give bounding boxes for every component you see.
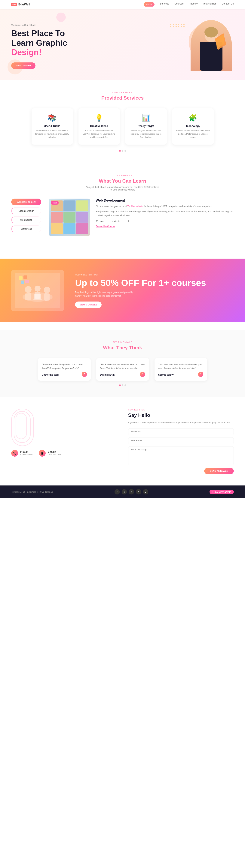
hero-title: Best Place To Learn Graphic Design! [11,29,67,57]
hero-dot [181,24,182,25]
contact-mobile-value: 090-080-0760 [48,453,61,456]
courses-subtitle: OUR COURSES [11,175,234,177]
hero-dot [181,26,182,27]
social-google-icon[interactable]: G [143,489,148,494]
service-card-ideas: 💡 Creative Ideas You can download and us… [79,108,120,145]
testimonial-author-1: David Martin [100,373,145,376]
svg-rect-16 [25,280,29,283]
swatch [63,212,76,223]
promo-title: Up to 50% OFF For 1+ courses [75,278,206,288]
services-grid: 📚 Useful Tricks EduWell is the professio… [11,108,234,145]
hero-dot [173,26,174,27]
contact-left: 📞 PHONE 010-020-0346 📱 MOBILE 090-080-07… [11,409,117,457]
service-card-tricks: 📚 Useful Tricks EduWell is the professio… [31,108,73,145]
navbar: EW EduWell Home Services Courses Pages ▾… [0,0,245,9]
nav-item-testimonials[interactable]: Testimonials [203,2,216,6]
services-title-plain: Provided [101,95,124,101]
promo-image [11,270,64,311]
service-icon-ideas: 💡 [82,114,116,122]
course-certificates: 3 [128,220,129,222]
service-title-technology: Technology [176,125,210,127]
course-price-badge: $125 [51,201,59,205]
promo-view-courses-button[interactable]: VIEW COURSES [75,302,102,308]
svg-rect-18 [33,300,42,300]
testimonials-title: What They Think [11,345,234,351]
svg-rect-13 [19,276,23,280]
testimonial-dot-1 [119,384,121,386]
hero-dot [184,24,185,25]
nav-item-pages[interactable]: Pages ▾ [189,2,198,6]
quote-icon-2: " [198,372,203,377]
contact-right: CONTACT US Say Hello If you need a worki… [128,409,234,474]
contact-submit-button[interactable]: SEND MESSAGE [204,468,234,474]
service-title-ideas: Creative Ideas [82,125,116,127]
svg-point-11 [44,287,50,293]
testimonials-grid: "Just think about TemplateMo if you need… [11,358,234,381]
hero-section: Welcome To Our School Best Place To Lear… [0,9,245,80]
swatch [51,212,63,223]
testimonial-author-2: Sophia Whity [158,373,203,376]
contact-phone-details: PHONE 010-020-0346 [20,451,33,456]
contact-message-input[interactable] [128,446,234,465]
footer: TemplateMo 554 EduWell Free CSS Template… [0,486,245,498]
promo-text-block: Get the sale right now! Up to 50% OFF Fo… [75,273,206,308]
service-desc-tricks: EduWell is the professional HTML5 templa… [35,129,69,139]
nav-item-courses[interactable]: Courses [174,2,184,6]
spiral-deco [11,409,34,446]
service-card-target: 📊 Ready Target Please tell your friends … [126,108,167,145]
service-card-technology: 🧩 Technology Aenean dimentum consectetur… [172,108,214,145]
course-content: $125 [49,198,234,236]
promo-section: Get the sale right now! Up to 50% OFF Fo… [0,258,245,322]
course-tab-wordpress[interactable]: WordPress [11,225,41,232]
hero-dot [170,24,171,25]
course-tab-webdesign[interactable]: Web Design [11,217,41,223]
hero-dot [175,24,176,25]
courses-title-colored: Learn [133,178,146,184]
course-tab-webdev[interactable]: Web Development [11,198,41,205]
svg-point-9 [34,286,40,291]
hero-welcome: Welcome To Our School [11,24,67,26]
testimonial-card-1: "Think about our website first when you … [96,358,149,381]
services-dots-indicator [11,150,234,152]
contact-name-input[interactable] [128,428,234,435]
courses-title-plain: What You Can [99,178,133,184]
contact-title: Say Hello [128,412,234,418]
course-link[interactable]: YooCss website [127,205,143,208]
course-image: $125 [49,198,90,236]
subscribe-course-button[interactable]: Subscribe Course [96,225,115,228]
testimonial-author-0: Catherine Walk [42,373,87,376]
contact-email-input[interactable] [128,437,234,444]
social-twitter-icon[interactable]: t [121,489,127,494]
course-weeks: 4 Weeks [112,220,120,222]
swatch [76,223,88,234]
quote-icon-1: " [140,372,145,377]
svg-rect-15 [21,281,24,284]
services-subtitle: OUR SERVICES [11,91,234,94]
hero-image-area [166,20,234,72]
contact-mobile-label: MOBILE [48,451,61,453]
swatch [63,200,76,211]
course-meta: 36 Hours | 4 Weeks | 3 [96,220,234,222]
nav-item-services[interactable]: Services [160,2,169,6]
hero-dot [178,24,179,25]
svg-point-7 [25,286,31,293]
footer-download-button[interactable]: FREE DOWNLOAD [210,490,234,494]
contact-phone-label: PHONE [20,451,33,453]
service-icon-technology: 🧩 [176,114,210,122]
courses-wrapper: OUR COURSES What You Can Learn You just … [0,159,245,251]
contact-section: 📞 PHONE 010-020-0346 📱 MOBILE 090-080-07… [0,397,245,486]
social-youtube-icon[interactable]: ▶ [136,489,141,494]
social-facebook-icon[interactable]: f [114,489,120,494]
footer-social-links: f t in ▶ G [114,489,148,494]
svg-rect-14 [24,275,27,279]
courses-desc: You just think about TemplateMo whenever… [85,186,160,191]
social-linkedin-icon[interactable]: in [129,489,134,494]
swatch [76,200,88,211]
testimonial-dot-2 [122,384,124,386]
dot-2 [122,150,124,152]
nav-item-contact[interactable]: Contact Us [222,2,234,6]
testimonial-text-1: "Think about our website first when you … [100,363,145,370]
nav-links: Home Services Courses Pages ▾ Testimonia… [144,2,234,6]
course-tab-graphicdesign[interactable]: Graphic Design [11,208,41,214]
nav-item-home[interactable]: Home [144,2,155,6]
